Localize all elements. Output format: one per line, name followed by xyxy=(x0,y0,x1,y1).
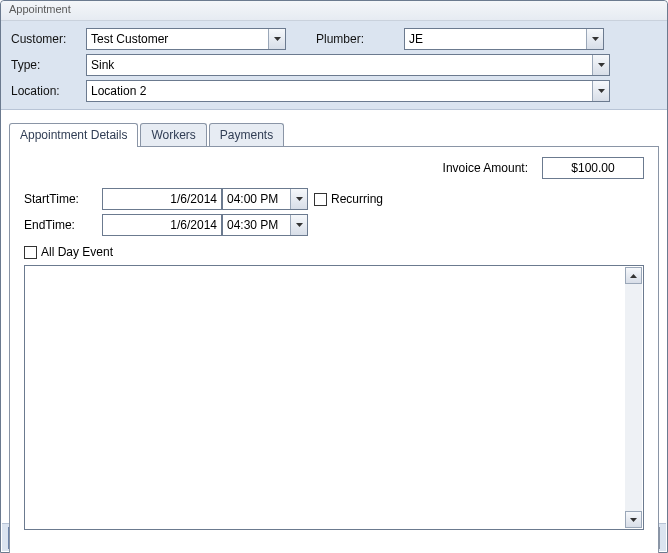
svg-marker-1 xyxy=(592,37,599,41)
type-label: Type: xyxy=(11,58,86,72)
tab-workers[interactable]: Workers xyxy=(140,123,206,147)
chevron-down-icon[interactable] xyxy=(290,189,307,209)
plumber-label: Plumber: xyxy=(316,32,404,46)
svg-marker-0 xyxy=(274,37,281,41)
start-time-value: 04:00 PM xyxy=(223,189,290,209)
location-value: Location 2 xyxy=(87,81,592,101)
invoice-amount-value: $100.00 xyxy=(571,161,614,175)
svg-marker-5 xyxy=(296,223,303,227)
checkbox-icon xyxy=(314,193,327,206)
location-combo[interactable]: Location 2 xyxy=(86,80,610,102)
chevron-down-icon[interactable] xyxy=(592,55,609,75)
location-label: Location: xyxy=(11,84,86,98)
endtime-label: EndTime: xyxy=(24,218,102,232)
window-title: Appointment xyxy=(9,3,71,15)
end-time-combo[interactable]: 04:30 PM xyxy=(222,214,308,236)
plumber-value: JE xyxy=(405,29,586,49)
plumber-combo[interactable]: JE xyxy=(404,28,604,50)
tab-label: Appointment Details xyxy=(20,128,127,142)
type-combo[interactable]: Sink xyxy=(86,54,610,76)
svg-marker-2 xyxy=(598,63,605,67)
chevron-down-icon[interactable] xyxy=(592,81,609,101)
invoice-amount-field[interactable]: $100.00 xyxy=(542,157,644,179)
tab-payments[interactable]: Payments xyxy=(209,123,284,147)
tab-label: Payments xyxy=(220,128,273,142)
tab-label: Workers xyxy=(151,128,195,142)
body-area: Appointment Details Workers Payments Inv… xyxy=(1,110,667,553)
scroll-down-icon[interactable] xyxy=(625,511,642,528)
allday-label: All Day Event xyxy=(41,245,113,259)
invoice-amount-label: Invoice Amount: xyxy=(443,161,528,175)
customer-value: Test Customer xyxy=(87,29,268,49)
customer-combo[interactable]: Test Customer xyxy=(86,28,286,50)
svg-marker-3 xyxy=(598,89,605,93)
type-value: Sink xyxy=(87,55,592,75)
scroll-up-icon[interactable] xyxy=(625,267,642,284)
checkbox-icon xyxy=(24,246,37,259)
notes-memo[interactable] xyxy=(24,265,644,530)
scrollbar-vertical[interactable] xyxy=(625,267,642,528)
allday-checkbox[interactable]: All Day Event xyxy=(24,245,644,259)
start-date-field[interactable]: 1/6/2014 xyxy=(102,188,222,210)
tab-appointment-details[interactable]: Appointment Details xyxy=(9,123,138,147)
chevron-down-icon[interactable] xyxy=(268,29,285,49)
end-date-value: 1/6/2014 xyxy=(170,218,217,232)
header-panel: Customer: Test Customer Plumber: JE Type… xyxy=(1,21,667,110)
appointment-window: Appointment Customer: Test Customer Plum… xyxy=(0,0,668,553)
window-titlebar: Appointment xyxy=(1,1,667,21)
svg-marker-6 xyxy=(630,274,637,278)
end-date-field[interactable]: 1/6/2014 xyxy=(102,214,222,236)
start-date-value: 1/6/2014 xyxy=(170,192,217,206)
tabbar: Appointment Details Workers Payments xyxy=(9,120,659,146)
tab-panel-details: Invoice Amount: $100.00 StartTime: 1/6/2… xyxy=(9,146,659,553)
customer-label: Customer: xyxy=(11,32,86,46)
end-time-value: 04:30 PM xyxy=(223,215,290,235)
starttime-label: StartTime: xyxy=(24,192,102,206)
recurring-checkbox[interactable]: Recurring xyxy=(314,192,383,206)
svg-marker-7 xyxy=(630,518,637,522)
chevron-down-icon[interactable] xyxy=(586,29,603,49)
start-time-combo[interactable]: 04:00 PM xyxy=(222,188,308,210)
chevron-down-icon[interactable] xyxy=(290,215,307,235)
svg-marker-4 xyxy=(296,197,303,201)
recurring-label: Recurring xyxy=(331,192,383,206)
